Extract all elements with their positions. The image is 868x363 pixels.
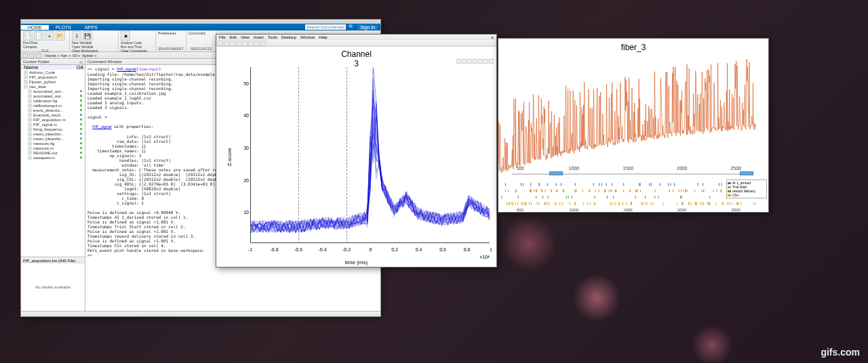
axes-pan-icon[interactable] [473,59,477,64]
xtick: 500 [516,166,524,192]
figure-canvas[interactable]: Channel 3 Z-score time (ms) ×10⁴ 1020304… [216,47,496,267]
file-item[interactable]: measure.m [21,146,85,150]
ytick: 20 [235,178,249,183]
git-status-dot [80,95,82,97]
crumb[interactable]: han [61,54,68,58]
axes-zoomin-icon[interactable] [478,59,483,64]
watermark: gifs.com [821,347,860,358]
folder-item[interactable]: Arduino_Code [21,70,85,74]
fig-edit-icon[interactable] [236,41,241,46]
ribbon-res-label: RESOURCES [189,47,214,51]
slider-knob-right[interactable] [740,171,753,175]
git-status-dot [80,119,82,121]
file-item[interactable]: event_detectio... [21,108,85,112]
folder-icon [24,80,28,84]
file-item[interactable]: calibration.fig [21,98,85,103]
plot-area[interactable] [250,67,490,243]
axes-datatip-icon[interactable] [467,59,472,64]
nav-back-icon[interactable] [22,53,28,58]
menu-insert[interactable]: Insert [252,35,265,39]
favorites-icon[interactable]: ★ [121,31,130,41]
file-item[interactable]: mean_bleachin... [21,131,85,136]
file-item[interactable]: FIP_acquisition.m [21,117,85,122]
ytick: 30 [235,146,249,150]
menu-file[interactable]: File [218,35,227,39]
file-item[interactable]: automated_wor... [21,89,85,93]
new-icon[interactable]: ＋ [45,31,54,41]
fig-link-icon[interactable] [260,41,266,46]
git-status-dot [80,100,82,102]
file-icon [28,99,32,103]
xtick: -0.6 [294,247,302,252]
menu-edit[interactable]: Edit [229,35,238,39]
pane-collapse-icon[interactable]: ⊙ [79,60,83,64]
menu-window[interactable]: Window [299,35,316,39]
file-icon [28,146,32,150]
file-item[interactable]: Example_recor... [21,112,85,117]
git-status-dot [80,142,82,144]
tab-plots[interactable]: PLOTS [49,25,78,30]
tab-home[interactable]: HOME [21,25,49,30]
folder-item[interactable]: FIP_acquisition [21,74,85,79]
menu-view[interactable]: View [239,35,251,39]
doc-search-input[interactable] [305,24,346,30]
nav-up-icon[interactable] [36,53,41,58]
import-data-icon[interactable]: ⇩ [72,31,81,41]
file-item[interactable]: calibrationgui.m [21,103,85,108]
community-label[interactable]: Community [189,31,214,35]
axes-brush-icon[interactable] [462,59,467,64]
xtick: -0.8 [270,247,278,252]
fig-rotate-icon[interactable] [242,41,248,46]
fig-print-icon[interactable] [230,41,235,46]
file-item[interactable]: measure.fig [21,141,85,146]
ytick: 10 [235,210,249,215]
search-icon[interactable]: 🔍 [349,24,355,30]
slider-knob-left[interactable] [549,171,563,175]
menu-tools[interactable]: Tools [267,35,279,39]
preferences-label[interactable]: Preferences [158,31,184,35]
axes-home-icon[interactable] [489,59,494,64]
file-icon [28,127,32,131]
crumb[interactable]: Git [73,54,78,58]
fig-datacursor-icon[interactable] [248,41,254,46]
details-body: No details available [21,263,85,311]
file-icon [28,151,32,155]
file-tree[interactable]: Arduino_CodeFIP_acquisitionFipster_pytho… [21,70,85,257]
folder-item[interactable]: Fipster_python [21,79,85,84]
file-icon [28,132,32,136]
open-icon[interactable]: 📂 [56,31,65,41]
axes-export-icon[interactable] [456,59,461,64]
close-icon[interactable]: × [490,35,495,40]
new-script-icon[interactable]: 📄 [23,31,33,41]
crumb[interactable]: fipster [82,54,93,58]
file-item[interactable]: FIP_signal.m [21,122,85,127]
file-item[interactable]: sweepset.m [21,155,85,160]
toolstrip-tabs: HOME PLOTS APPS 🔍 Sign In [21,24,380,30]
file-item[interactable]: automated_wor... [21,93,85,98]
file-item[interactable]: README.md [21,150,85,155]
xtick: 1 [490,247,492,252]
fig-brush-icon[interactable] [254,41,260,46]
fig-save-icon[interactable] [224,41,229,46]
python-figure-window[interactable]: fiber_3 AI 1_arrived Trial Start reward … [498,38,769,213]
axes-zoomout-icon[interactable] [484,59,488,64]
xtick: 500 [517,208,524,212]
new-live-script-icon[interactable]: 📄 [34,31,43,41]
menu-help[interactable]: Help [317,35,328,39]
signin-button[interactable]: Sign In [357,25,378,30]
file-item[interactable]: firing_frequency... [21,127,85,131]
xtick: 0.6 [439,247,446,252]
file-item[interactable]: mean_bleachin... [21,136,85,141]
tab-apps[interactable]: APPS [78,25,104,30]
folder-item[interactable]: raw_data [21,84,85,89]
xlabel: time (ms) [345,259,368,265]
legend-item[interactable]: CS+ [732,193,739,197]
save-workspace-icon[interactable]: 💾 [83,31,92,41]
fig-new-icon[interactable] [218,41,223,46]
figure-window[interactable]: File Edit View Insert Tools Desktop Wind… [216,34,497,268]
statusbar [21,311,380,316]
menu-desktop[interactable]: Desktop [280,35,298,39]
nav-fwd-icon[interactable] [29,53,35,58]
crumb[interactable]: Home [45,54,56,58]
file-icon [28,137,32,141]
